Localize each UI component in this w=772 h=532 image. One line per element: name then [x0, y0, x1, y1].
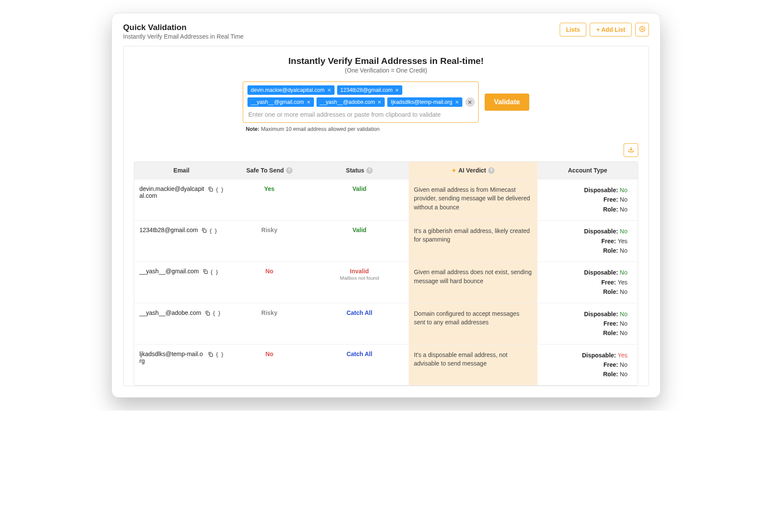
cell-status: InvalidMailbox not found — [310, 262, 409, 302]
tag-label: 1234tb28@gmail.com — [341, 87, 393, 93]
cell-ai-verdict: Given email address does not exist, send… — [409, 262, 537, 302]
help-icon[interactable]: ? — [286, 167, 293, 174]
email-tag[interactable]: __yash__@adobe.com✕ — [317, 97, 385, 107]
col-status: Status? — [310, 162, 409, 179]
email-text: ljkadsdlks@temp-mail.org — [139, 351, 204, 364]
hero-block: Instantly Verify Email Addresses in Real… — [134, 56, 638, 74]
clear-input-button[interactable]: ✕ — [465, 97, 475, 107]
tag-label: __yash__@gmail.com — [251, 99, 304, 105]
tag-remove-icon[interactable]: ✕ — [307, 100, 311, 105]
cell-status: Catch All — [310, 303, 409, 344]
svg-rect-2 — [210, 188, 213, 191]
table-header: Email Safe To Send? Status? ✦AI Verdict?… — [134, 162, 638, 179]
svg-point-0 — [641, 28, 643, 30]
lists-button[interactable]: Lists — [560, 23, 587, 36]
email-tag[interactable]: __yash__@gmail.com✕ — [247, 97, 314, 107]
input-note: Note: Maximum 10 email address allowed p… — [245, 126, 481, 132]
cell-email: devin.mackie@dyalcapital.com{ } — [134, 179, 229, 220]
email-tag-input[interactable]: devin.mackie@dyalcapital.com✕1234tb28@gm… — [243, 82, 479, 123]
json-icon[interactable]: { } — [210, 269, 218, 275]
tag-remove-icon[interactable]: ✕ — [455, 100, 459, 105]
cell-status: Catch All — [310, 345, 409, 385]
hero-subtitle: (One Verification = One Credit) — [134, 67, 638, 74]
cell-safe-to-send: Risky — [229, 221, 310, 261]
table-row: __yash__@gmail.com{ }NoInvalidMailbox no… — [134, 261, 638, 302]
email-text: 1234tb28@gmail.com — [139, 227, 198, 233]
tag-remove-icon[interactable]: ✕ — [395, 88, 399, 93]
json-icon[interactable]: { } — [212, 311, 220, 317]
cell-email: __yash__@gmail.com{ } — [134, 262, 229, 302]
page-subtitle: Instantly Verify Email Addresses in Real… — [123, 33, 244, 40]
cell-ai-verdict: Domain configured to accept messages sen… — [409, 303, 537, 344]
cell-ai-verdict: Given email address is from Mimecast pro… — [409, 179, 537, 220]
copy-icon[interactable] — [208, 186, 214, 193]
download-icon — [628, 146, 634, 154]
header-actions: Lists + Add List — [560, 23, 649, 36]
email-input-placeholder: Enter one or more email addresses or pas… — [247, 109, 463, 121]
json-icon[interactable]: { } — [209, 228, 217, 234]
sparkle-icon: ✦ — [452, 167, 456, 174]
json-icon[interactable]: { } — [215, 187, 223, 193]
hero-title: Instantly Verify Email Addresses in Real… — [134, 56, 638, 66]
page-title: Quick Validation — [123, 23, 244, 32]
svg-rect-6 — [210, 354, 213, 356]
cell-email: 1234tb28@gmail.com{ } — [134, 221, 229, 261]
status-subtext: Mailbox not found — [315, 275, 404, 281]
settings-button[interactable] — [635, 23, 649, 36]
cell-account-type: Disposable: NoFree: YesRole: No — [537, 262, 638, 302]
cell-email: __yash__@adobe.com{ } — [134, 303, 229, 344]
svg-rect-5 — [207, 312, 209, 315]
copy-icon[interactable] — [201, 227, 207, 235]
email-text: devin.mackie@dyalcapital.com — [139, 185, 204, 199]
cell-ai-verdict: It's a disposable email address, not adv… — [409, 345, 537, 385]
cell-status: Valid — [310, 179, 409, 220]
copy-icon[interactable] — [208, 351, 214, 359]
email-tag[interactable]: ljkadsdlks@temp-mail.org✕ — [387, 97, 462, 107]
title-block: Quick Validation Instantly Verify Email … — [123, 23, 244, 40]
app-window: Quick Validation Instantly Verify Email … — [112, 13, 660, 398]
svg-rect-3 — [204, 230, 206, 232]
page-header: Quick Validation Instantly Verify Email … — [123, 23, 649, 40]
col-account-type: Account Type — [537, 162, 638, 179]
cell-account-type: Disposable: NoFree: NoRole: No — [537, 303, 638, 344]
close-icon: ✕ — [467, 99, 472, 106]
cell-email: ljkadsdlks@temp-mail.org{ } — [134, 345, 229, 385]
add-list-button[interactable]: + Add List — [590, 23, 632, 36]
cell-safe-to-send: No — [229, 262, 310, 302]
gear-icon — [639, 26, 645, 33]
copy-icon[interactable] — [202, 269, 208, 276]
table-row: ljkadsdlks@temp-mail.org{ }NoCatch AllIt… — [134, 344, 638, 385]
email-text: __yash__@gmail.com — [139, 268, 199, 275]
results-table: Email Safe To Send? Status? ✦AI Verdict?… — [134, 161, 638, 386]
col-email: Email — [134, 162, 229, 179]
json-icon[interactable]: { } — [215, 352, 223, 358]
cell-status: Valid — [310, 221, 409, 261]
col-ai-verdict: ✦AI Verdict? — [409, 162, 537, 179]
copy-icon[interactable] — [205, 310, 211, 317]
cell-safe-to-send: Risky — [229, 303, 310, 344]
col-safe: Safe To Send? — [229, 162, 310, 179]
table-row: devin.mackie@dyalcapital.com{ }YesValidG… — [134, 179, 638, 220]
validate-button[interactable]: Validate — [485, 94, 529, 111]
help-icon[interactable]: ? — [488, 167, 495, 174]
tag-label: __yash__@adobe.com — [320, 99, 375, 105]
download-row — [134, 143, 638, 157]
table-row: __yash__@adobe.com{ }RiskyCatch AllDomai… — [134, 303, 638, 344]
cell-ai-verdict: It's a gibberish email address, likely c… — [409, 221, 537, 261]
tag-label: devin.mackie@dyalcapital.com — [251, 87, 325, 93]
tag-remove-icon[interactable]: ✕ — [377, 100, 381, 105]
email-tag[interactable]: devin.mackie@dyalcapital.com✕ — [247, 85, 335, 95]
tag-remove-icon[interactable]: ✕ — [327, 88, 331, 93]
cell-safe-to-send: No — [229, 345, 310, 385]
download-button[interactable] — [624, 143, 638, 157]
help-icon[interactable]: ? — [366, 167, 373, 174]
cell-account-type: Disposable: NoFree: YesRole: No — [537, 221, 638, 261]
email-tag[interactable]: 1234tb28@gmail.com✕ — [337, 85, 403, 95]
cell-safe-to-send: Yes — [229, 179, 310, 220]
table-row: 1234tb28@gmail.com{ }RiskyValidIt's a gi… — [134, 220, 638, 261]
main-panel: Instantly Verify Email Addresses in Real… — [123, 46, 649, 386]
svg-rect-4 — [205, 271, 207, 274]
email-text: __yash__@adobe.com — [139, 309, 201, 316]
input-row: devin.mackie@dyalcapital.com✕1234tb28@gm… — [134, 82, 638, 123]
cell-account-type: Disposable: NoFree: NoRole: No — [537, 179, 638, 220]
